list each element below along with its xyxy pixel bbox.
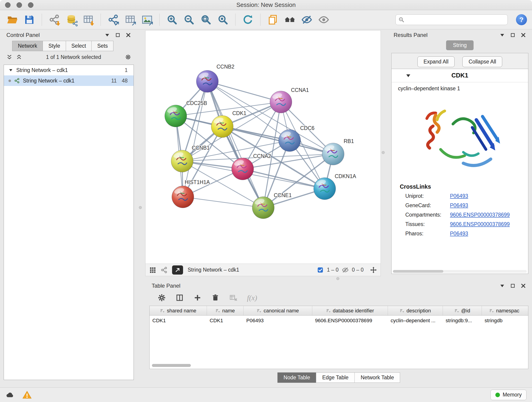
minimize-window-button[interactable] (17, 2, 22, 8)
table-row[interactable]: CDK1 CDK1 P06493 9606.ENSP00000378699 cy… (150, 316, 528, 326)
network-collection-row[interactable]: String Network – cdk1 1 (4, 65, 133, 75)
tab-select[interactable]: Select (66, 41, 92, 51)
cloud-status-button[interactable] (6, 390, 15, 400)
tab-node-table[interactable]: Node Table (278, 372, 317, 383)
selected-checkbox-icon[interactable] (317, 267, 324, 274)
import-network-from-database-button[interactable] (64, 12, 79, 27)
tab-sets[interactable]: Sets (91, 41, 114, 51)
zoom-selected-button[interactable] (215, 12, 230, 27)
open-external-button[interactable] (172, 265, 183, 274)
crosslink-link[interactable]: P06493 (450, 230, 468, 237)
bottom-splitter-handle[interactable] (336, 277, 339, 280)
export-arrow-icon (114, 21, 120, 27)
crosslink-link[interactable]: 9606.ENSP00000378699 (450, 221, 510, 227)
node-HIST1H1A[interactable]: HIST1H1A (172, 179, 210, 208)
results-horizontal-scrollbar[interactable] (393, 270, 527, 273)
tab-network[interactable]: Network (12, 41, 43, 51)
column-header[interactable]: @id (443, 306, 482, 315)
close-panel-icon[interactable] (520, 283, 526, 288)
column-header[interactable]: name (207, 306, 244, 315)
column-header[interactable]: database identifier (312, 306, 388, 315)
hide-selected-button[interactable] (299, 12, 314, 27)
edge-HIST1H1A-CCNE1[interactable] (183, 197, 263, 208)
expand-collapse-box: Expand All Collapse All (391, 53, 528, 70)
search-input[interactable] (407, 17, 505, 23)
share-network-icon[interactable] (161, 267, 167, 274)
tab-style[interactable]: Style (43, 41, 66, 51)
float-panel-icon[interactable] (510, 283, 515, 288)
collapse-panel-icon[interactable] (104, 32, 110, 38)
expand-all-button[interactable]: Expand All (418, 56, 455, 67)
collapse-panel-icon[interactable] (500, 283, 505, 288)
save-session-button[interactable] (22, 12, 37, 27)
column-header[interactable]: namespac (482, 306, 527, 315)
crosslink-link[interactable]: 9606.ENSP00000378699 (450, 212, 510, 218)
import-table-from-file-button[interactable] (81, 12, 95, 27)
zoom-window-button[interactable] (28, 2, 33, 8)
delete-table-icon (229, 294, 237, 302)
collapse-all-button[interactable]: Collapse All (462, 56, 502, 67)
cell-description: cyclin–dependent ... (388, 316, 443, 326)
tree-expander-icon[interactable] (8, 68, 13, 72)
node-RB1[interactable]: RB1 (322, 138, 354, 165)
zoom-in-icon (167, 14, 177, 25)
crosslink-link[interactable]: P06493 (450, 202, 468, 209)
zoom-fit-icon (201, 14, 211, 25)
show-all-button[interactable] (317, 12, 331, 27)
gene-header-row[interactable]: CDK1 (392, 69, 528, 82)
main-toolbar: ? (0, 10, 532, 29)
import-network-from-file-button[interactable] (47, 12, 62, 27)
network-row-selected[interactable]: String Network – cdk1 11 48 (4, 75, 133, 86)
tab-edge-table[interactable]: Edge Table (316, 372, 355, 383)
edge-CCNB2-CCNA1[interactable] (207, 81, 281, 102)
collapse-panel-icon[interactable] (500, 32, 505, 38)
left-splitter-handle[interactable] (139, 206, 142, 209)
zoom-out-button[interactable] (182, 12, 196, 27)
column-header[interactable]: shared name (150, 306, 207, 315)
float-panel-icon[interactable] (115, 32, 120, 38)
table-toolbar: f(x) (148, 291, 529, 305)
crosslink-link[interactable]: P06493 (450, 193, 468, 199)
memory-button[interactable]: Memory (491, 390, 526, 400)
network-canvas[interactable]: CCNB2CCNA1CDC25BCDK1CDC6RB1CCNB1CCNA2CDK… (146, 31, 380, 264)
add-column-icon[interactable] (193, 294, 202, 302)
node-CDK1[interactable]: CDK1 (211, 110, 246, 138)
delete-column-icon[interactable] (211, 294, 220, 302)
birdseye-toggle-icon[interactable] (370, 267, 377, 274)
grid-view-icon[interactable] (149, 267, 156, 274)
close-panel-icon[interactable] (520, 32, 526, 38)
export-table-button[interactable] (123, 12, 138, 27)
column-header[interactable]: description (388, 306, 443, 315)
copy-document-button[interactable] (266, 12, 280, 27)
export-network-button[interactable] (106, 12, 120, 27)
warnings-button[interactable] (22, 390, 32, 400)
close-window-button[interactable] (5, 2, 11, 8)
first-neighbors-button[interactable] (283, 12, 297, 27)
expand-all-tree-icon[interactable] (16, 54, 22, 60)
string-results-tab[interactable]: String (446, 40, 474, 50)
node-CCNA1[interactable]: CCNA1 (270, 87, 309, 113)
edge-CCNB2-CCNE1[interactable] (207, 81, 263, 208)
node-table: shared name name canonical name database… (149, 306, 528, 369)
node-CDKN1A[interactable]: CDKN1A (314, 173, 356, 200)
float-panel-icon[interactable] (510, 32, 515, 38)
open-session-button[interactable] (5, 12, 20, 27)
close-panel-icon[interactable] (126, 32, 131, 38)
node-label-RB1: RB1 (344, 138, 354, 144)
help-button[interactable]: ? (516, 14, 527, 25)
right-splitter-handle[interactable] (382, 151, 385, 154)
export-image-button[interactable] (140, 12, 154, 27)
column-header[interactable]: canonical name (244, 306, 312, 315)
table-horizontal-scrollbar[interactable] (152, 364, 191, 367)
show-columns-icon[interactable] (176, 294, 184, 302)
node-CCNB2[interactable]: CCNB2 (196, 64, 234, 92)
network-options-gear-icon[interactable] (125, 54, 131, 60)
cell-database-identifier: 9606.ENSP00000378699 (312, 316, 388, 326)
table-options-gear-icon[interactable] (158, 294, 166, 302)
apply-layout-button[interactable] (241, 12, 255, 27)
hidden-eye-slash-icon[interactable] (342, 267, 349, 274)
tab-network-table[interactable]: Network Table (355, 372, 400, 383)
zoom-in-button[interactable] (165, 12, 179, 27)
zoom-fit-button[interactable] (199, 12, 213, 27)
collapse-all-tree-icon[interactable] (6, 54, 12, 60)
